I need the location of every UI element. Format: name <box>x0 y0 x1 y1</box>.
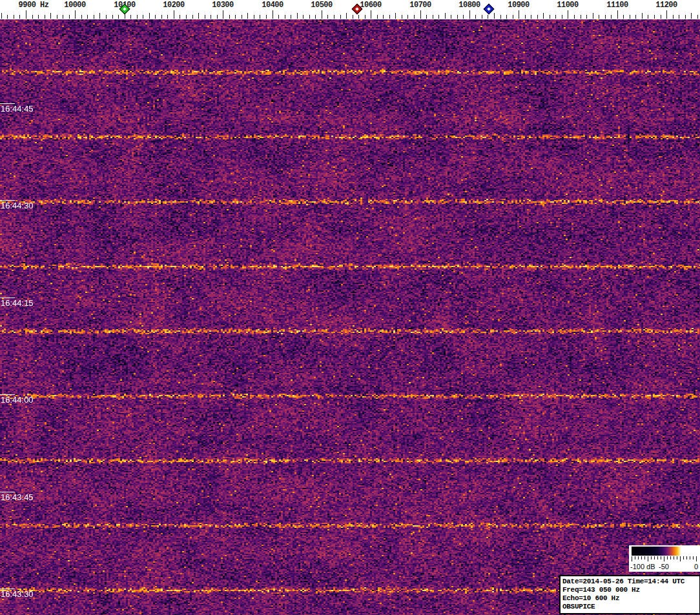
ruler-tick <box>433 15 433 19</box>
ruler-tick <box>254 15 254 19</box>
ruler-tick <box>550 15 550 19</box>
ruler-tick <box>586 15 587 19</box>
legend-tick <box>632 556 632 561</box>
ruler-tick <box>630 15 630 19</box>
ruler-tick <box>371 10 371 19</box>
ruler-tick <box>648 15 648 19</box>
ruler-tick <box>611 15 612 19</box>
ruler-tick <box>99 13 100 19</box>
color-gradient-bar <box>632 547 696 556</box>
ruler-tick <box>414 15 415 19</box>
frequency-ruler[interactable]: 9900 Hz100001010010200103001040010500106… <box>0 0 700 19</box>
ruler-tick <box>395 13 396 19</box>
ruler-tick <box>488 15 488 19</box>
ruler-tick <box>315 15 316 19</box>
ruler-tick <box>661 15 661 19</box>
ruler-tick <box>666 10 667 19</box>
legend-tick <box>683 556 684 560</box>
ruler-frequency-label: 10600 <box>360 1 382 10</box>
legend-tick <box>674 556 674 560</box>
ruler-tick <box>260 15 260 19</box>
legend-max-label: 0 <box>694 563 698 570</box>
ruler-tick <box>57 15 57 19</box>
ruler-tick <box>475 15 476 19</box>
ruler-tick <box>340 15 341 19</box>
ruler-frequency-label: 9900 Hz <box>19 1 49 10</box>
ruler-tick <box>297 13 298 19</box>
ruler-tick <box>519 10 519 19</box>
ruler-tick <box>106 15 107 19</box>
ruler-tick <box>149 13 150 19</box>
waterfall-display: 9900 Hz100001010010200103001040010500106… <box>0 0 700 615</box>
ruler-tick <box>353 15 353 19</box>
time-label-text: 16:43:45 <box>1 492 34 502</box>
ruler-tick <box>438 15 439 19</box>
ruler-tick <box>642 13 643 19</box>
ruler-tick <box>50 13 51 19</box>
legend-tick <box>680 556 681 561</box>
ruler-tick <box>278 15 279 19</box>
time-label-text: 16:44:00 <box>1 395 34 405</box>
ruler-tick <box>112 15 113 19</box>
ruler-tick <box>273 10 273 19</box>
legend-tick <box>690 556 690 560</box>
ruler-tick <box>513 15 513 19</box>
ruler-tick <box>198 13 199 19</box>
marker-center-dot <box>355 7 359 11</box>
ruler-tick <box>531 15 531 19</box>
ruler-tick <box>599 15 599 19</box>
ruler-tick <box>358 15 359 19</box>
time-label-text: 16:44:30 <box>1 201 34 210</box>
ruler-tick <box>543 13 544 19</box>
ruler-tick <box>186 15 187 19</box>
ruler-tick <box>635 15 636 19</box>
ruler-tick <box>469 10 470 19</box>
ruler-tick <box>118 15 119 19</box>
ruler-tick <box>494 13 495 19</box>
ruler-tick <box>155 15 156 19</box>
info-station: OBSUPICE <box>562 603 698 611</box>
time-label-text: 16:44:15 <box>1 298 34 308</box>
ruler-tick <box>623 15 624 19</box>
ruler-tick <box>525 15 526 19</box>
legend-tick <box>657 556 658 560</box>
ruler-tick <box>235 15 236 19</box>
ruler-tick <box>562 15 562 19</box>
ruler-tick <box>322 10 322 19</box>
legend-tick <box>661 556 661 560</box>
ruler-frequency-label: 10800 <box>458 1 480 10</box>
marker-center-dot <box>123 7 127 11</box>
ruler-frequency-label: 10500 <box>311 1 333 10</box>
ruler-frequency-label: 10700 <box>409 1 431 10</box>
legend-mid-label: -50 <box>659 563 669 570</box>
time-label-text: 16:44:45 <box>1 104 34 114</box>
legend-tick <box>641 556 642 560</box>
ruler-tick <box>69 15 70 19</box>
ruler-tick <box>19 15 20 19</box>
ruler-tick <box>555 15 556 19</box>
legend-tick <box>664 556 664 561</box>
ruler-tick <box>457 15 458 19</box>
ruler-tick <box>75 10 76 19</box>
frequency-marker-blue[interactable] <box>484 4 495 15</box>
ruler-frequency-label: 10300 <box>212 1 234 10</box>
ruler-tick <box>346 13 347 19</box>
ruler-tick <box>365 15 365 19</box>
ruler-tick <box>229 15 230 19</box>
ruler-tick <box>38 15 39 19</box>
ruler-tick <box>192 15 193 19</box>
ruler-tick <box>537 15 538 19</box>
legend-tick <box>686 556 687 560</box>
ruler-tick <box>167 15 168 19</box>
legend-tick <box>667 556 668 560</box>
ruler-tick <box>407 15 408 19</box>
ruler-tick <box>94 15 94 19</box>
info-frequency: Freq=143 050 000 Hz <box>562 586 698 594</box>
legend-tick <box>644 556 645 560</box>
ruler-tick <box>303 15 304 19</box>
ruler-tick <box>1 13 2 19</box>
legend-tick <box>648 556 648 561</box>
legend-tick <box>654 556 655 560</box>
color-scale-legend: -100 dB -50 0 <box>629 545 700 572</box>
legend-min-label: -100 dB <box>630 563 655 570</box>
